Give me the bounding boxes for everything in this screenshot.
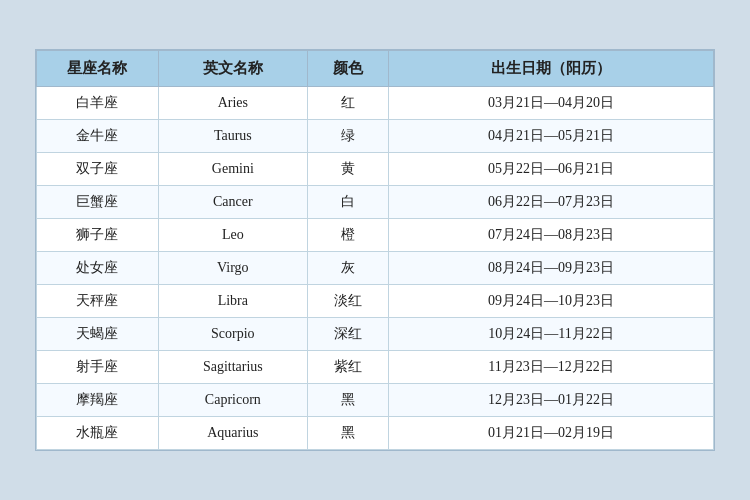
cell-cn-name: 摩羯座 [37,384,159,417]
table-row: 巨蟹座Cancer白06月22日—07月23日 [37,186,714,219]
cell-date: 06月22日—07月23日 [389,186,714,219]
cell-color: 深红 [307,318,388,351]
cell-en-name: Leo [158,219,307,252]
cell-date: 05月22日—06月21日 [389,153,714,186]
table-row: 双子座Gemini黄05月22日—06月21日 [37,153,714,186]
header-color: 颜色 [307,51,388,87]
cell-en-name: Scorpio [158,318,307,351]
cell-en-name: Libra [158,285,307,318]
cell-cn-name: 巨蟹座 [37,186,159,219]
header-en-name: 英文名称 [158,51,307,87]
cell-color: 绿 [307,120,388,153]
cell-en-name: Aquarius [158,417,307,450]
header-cn-name: 星座名称 [37,51,159,87]
cell-en-name: Sagittarius [158,351,307,384]
cell-date: 09月24日—10月23日 [389,285,714,318]
cell-cn-name: 天蝎座 [37,318,159,351]
cell-cn-name: 狮子座 [37,219,159,252]
zodiac-table-container: 星座名称 英文名称 颜色 出生日期（阳历） 白羊座Aries红03月21日—04… [35,49,715,451]
cell-en-name: Capricorn [158,384,307,417]
table-row: 处女座Virgo灰08月24日—09月23日 [37,252,714,285]
cell-color: 紫红 [307,351,388,384]
cell-date: 11月23日—12月22日 [389,351,714,384]
table-header-row: 星座名称 英文名称 颜色 出生日期（阳历） [37,51,714,87]
cell-date: 10月24日—11月22日 [389,318,714,351]
cell-date: 07月24日—08月23日 [389,219,714,252]
cell-cn-name: 双子座 [37,153,159,186]
cell-color: 橙 [307,219,388,252]
cell-date: 12月23日—01月22日 [389,384,714,417]
cell-en-name: Gemini [158,153,307,186]
cell-cn-name: 处女座 [37,252,159,285]
cell-en-name: Aries [158,87,307,120]
table-row: 水瓶座Aquarius黑01月21日—02月19日 [37,417,714,450]
cell-cn-name: 金牛座 [37,120,159,153]
cell-cn-name: 射手座 [37,351,159,384]
table-body: 白羊座Aries红03月21日—04月20日金牛座Taurus绿04月21日—0… [37,87,714,450]
table-row: 摩羯座Capricorn黑12月23日—01月22日 [37,384,714,417]
zodiac-table: 星座名称 英文名称 颜色 出生日期（阳历） 白羊座Aries红03月21日—04… [36,50,714,450]
cell-cn-name: 白羊座 [37,87,159,120]
cell-color: 黄 [307,153,388,186]
table-row: 天秤座Libra淡红09月24日—10月23日 [37,285,714,318]
cell-en-name: Cancer [158,186,307,219]
cell-en-name: Virgo [158,252,307,285]
cell-color: 白 [307,186,388,219]
table-row: 射手座Sagittarius紫红11月23日—12月22日 [37,351,714,384]
cell-date: 03月21日—04月20日 [389,87,714,120]
header-date: 出生日期（阳历） [389,51,714,87]
cell-color: 灰 [307,252,388,285]
cell-color: 黑 [307,384,388,417]
table-row: 白羊座Aries红03月21日—04月20日 [37,87,714,120]
cell-date: 01月21日—02月19日 [389,417,714,450]
cell-color: 红 [307,87,388,120]
table-row: 狮子座Leo橙07月24日—08月23日 [37,219,714,252]
cell-cn-name: 天秤座 [37,285,159,318]
cell-date: 04月21日—05月21日 [389,120,714,153]
cell-color: 淡红 [307,285,388,318]
cell-en-name: Taurus [158,120,307,153]
table-row: 金牛座Taurus绿04月21日—05月21日 [37,120,714,153]
cell-date: 08月24日—09月23日 [389,252,714,285]
cell-cn-name: 水瓶座 [37,417,159,450]
cell-color: 黑 [307,417,388,450]
table-row: 天蝎座Scorpio深红10月24日—11月22日 [37,318,714,351]
